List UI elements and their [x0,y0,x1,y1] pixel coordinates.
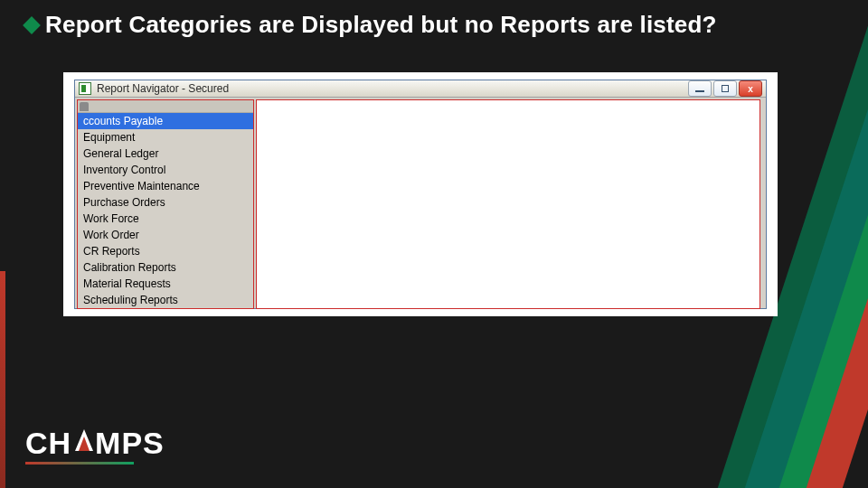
window-body: ccounts Payable Equipment General Ledger… [75,98,766,314]
close-button[interactable]: x [739,80,762,97]
maximize-icon [722,85,729,92]
logo-a-icon [75,429,93,451]
lock-icon [80,102,89,111]
category-item-equipment[interactable]: Equipment [78,129,253,145]
category-item-material-requests[interactable]: Material Requests [78,276,253,292]
brand-underline [25,462,134,465]
maximize-button[interactable] [713,80,737,97]
close-icon: x [748,84,753,94]
minimize-button[interactable] [688,80,712,97]
category-list[interactable]: ccounts Payable Equipment General Ledger… [78,113,253,308]
category-label: General Ledger [83,147,158,160]
minimize-icon [695,90,704,92]
accent-stripe-left [0,271,5,488]
heading-text: Report Categories are Displayed but no R… [45,11,717,39]
category-item-work-order[interactable]: Work Order [78,227,253,243]
category-item-scheduling-reports[interactable]: Scheduling Reports [78,292,253,308]
category-label: Purchase Orders [83,196,165,209]
category-item-preventive-maintenance[interactable]: Preventive Maintenance [78,178,253,194]
category-label: CR Reports [83,245,140,258]
category-item-purchase-orders[interactable]: Purchase Orders [78,194,253,211]
category-item-work-force[interactable]: Work Force [78,211,253,227]
category-pane: ccounts Payable Equipment General Ledger… [77,99,254,309]
category-label: Scheduling Reports [83,294,178,306]
category-label: Work Force [83,212,139,225]
category-label: Material Requests [83,277,171,290]
category-item-inventory-control[interactable]: Inventory Control [78,162,253,178]
slide-heading: Report Categories are Displayed but no R… [25,11,717,39]
report-list-pane-empty[interactable] [256,99,760,309]
category-item-general-ledger[interactable]: General Ledger [78,145,253,162]
category-item-cr-reports[interactable]: CR Reports [78,243,253,259]
category-label: Preventive Maintenance [83,180,200,192]
window-titlebar[interactable]: Report Navigator - Secured x [75,80,766,98]
category-item-calibration-reports[interactable]: Calibration Reports [78,259,253,276]
app-icon [79,82,91,95]
screenshot-container: Report Navigator - Secured x ccounts Pay… [63,72,778,316]
category-label: Equipment [83,131,135,144]
bullet-icon [23,16,41,34]
window-title: Report Navigator - Secured [97,82,683,95]
category-label: Inventory Control [83,164,165,176]
category-label: ccounts Payable [83,115,163,127]
window-buttons: x [688,80,762,97]
category-item-accounts-payable[interactable]: ccounts Payable [78,113,253,129]
slide: Report Categories are Displayed but no R… [0,0,868,488]
category-label: Calibration Reports [83,261,176,274]
brand-logo: CHAMPS [25,426,165,461]
category-pane-header [78,100,253,113]
report-navigator-window: Report Navigator - Secured x ccounts Pay… [74,80,767,309]
category-label: Work Order [83,229,139,241]
